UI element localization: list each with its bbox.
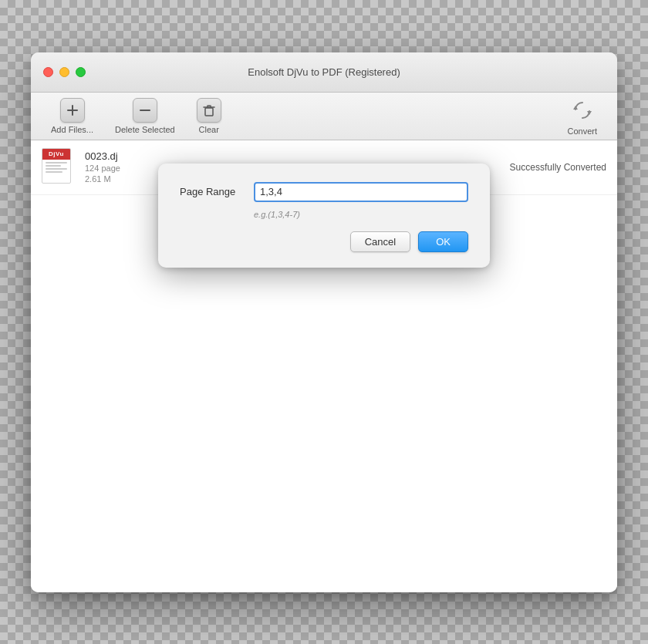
convert-button[interactable]: Convert (559, 93, 605, 139)
title-bar: Enolsoft DjVu to PDF (Registered) (31, 52, 617, 93)
add-files-icon (60, 98, 85, 123)
page-range-input[interactable] (254, 182, 468, 202)
maximize-button[interactable] (76, 67, 86, 77)
cancel-button[interactable]: Cancel (350, 231, 410, 252)
svg-rect-3 (205, 108, 213, 116)
add-files-button[interactable]: Add Files... (43, 95, 101, 137)
toolbar: Add Files... Delete Selected (31, 93, 617, 140)
page-range-dialog: Page Range e.g.(1,3,4-7) Cancel OK (158, 164, 490, 268)
dialog-input-row: Page Range (180, 182, 468, 202)
modal-overlay: Page Range e.g.(1,3,4-7) Cancel OK (31, 140, 617, 592)
dialog-buttons: Cancel OK (180, 231, 468, 252)
clear-button[interactable]: Clear (189, 95, 229, 137)
ok-button[interactable]: OK (418, 231, 468, 252)
convert-icon (569, 96, 596, 124)
content-area: DjVu 0023.dj 124 page 2.61 M (31, 140, 617, 592)
window-title: Enolsoft DjVu to PDF (Registered) (248, 66, 400, 78)
add-files-label: Add Files... (51, 125, 93, 134)
convert-label: Convert (567, 126, 597, 136)
delete-selected-icon (133, 98, 157, 123)
traffic-lights (43, 67, 86, 77)
clear-label: Clear (199, 125, 219, 134)
clear-icon (197, 98, 221, 123)
page-range-hint: e.g.(1,3,4-7) (180, 210, 468, 219)
page-range-label: Page Range (180, 186, 241, 197)
close-button[interactable] (43, 67, 53, 77)
delete-selected-label: Delete Selected (115, 125, 175, 134)
delete-selected-button[interactable]: Delete Selected (107, 95, 183, 137)
minimize-button[interactable] (59, 67, 69, 77)
main-window: Enolsoft DjVu to PDF (Registered) Add Fi… (31, 52, 617, 592)
